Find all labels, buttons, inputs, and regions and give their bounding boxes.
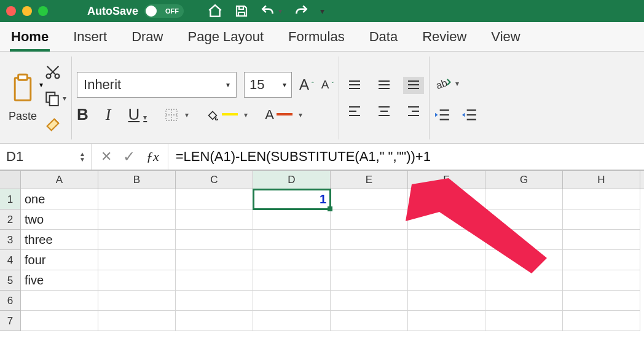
fullscreen-window-icon[interactable] <box>38 6 48 16</box>
cell[interactable] <box>563 250 640 270</box>
undo-button[interactable]: ▾ <box>260 3 282 19</box>
tab-draw[interactable]: Draw <box>132 29 163 51</box>
col-header-g[interactable]: G <box>485 171 563 189</box>
cancel-formula-icon[interactable]: ✕ <box>101 149 112 165</box>
cell[interactable] <box>485 270 563 291</box>
cell[interactable] <box>408 189 485 209</box>
cell[interactable] <box>176 311 253 331</box>
home-icon[interactable] <box>207 3 223 19</box>
cell[interactable] <box>563 270 640 291</box>
increase-font-button[interactable]: Aˆ <box>299 76 314 93</box>
paste-button[interactable]: ▾ Paste <box>9 73 37 123</box>
cell[interactable] <box>485 250 563 270</box>
tab-insert[interactable]: Insert <box>73 29 107 51</box>
row-header[interactable]: 6 <box>0 291 21 311</box>
cell[interactable] <box>331 291 408 311</box>
cell[interactable] <box>21 311 98 331</box>
cell[interactable] <box>563 209 640 230</box>
cell[interactable] <box>331 250 408 270</box>
font-name-chevron-icon[interactable]: ▾ <box>226 80 230 89</box>
cell[interactable] <box>485 291 563 311</box>
cell[interactable] <box>253 209 331 230</box>
cell[interactable]: five <box>21 270 98 291</box>
align-bottom-button[interactable] <box>403 77 424 94</box>
tab-review[interactable]: Review <box>422 29 466 51</box>
align-left-button[interactable] <box>344 103 365 120</box>
cell[interactable]: 1 <box>253 189 331 209</box>
cell[interactable]: three <box>21 230 98 250</box>
paste-chevron-icon[interactable]: ▾ <box>39 80 43 89</box>
autosave-toggle[interactable]: OFF <box>144 4 184 18</box>
name-box[interactable]: D1 ▲▼ <box>0 144 92 170</box>
font-color-button[interactable]: A <box>265 107 302 123</box>
tab-view[interactable]: View <box>491 29 520 51</box>
cell[interactable] <box>98 311 176 331</box>
cell[interactable]: one <box>21 189 98 209</box>
cell[interactable] <box>253 250 331 270</box>
formula-input[interactable]: =LEN(A1)-LEN(SUBSTITUTE(A1," ",""))+1 <box>168 144 644 170</box>
cell[interactable] <box>485 230 563 250</box>
cell[interactable] <box>408 209 485 230</box>
cell[interactable] <box>253 270 331 291</box>
row-header[interactable]: 4 <box>0 250 21 270</box>
undo-chevron-icon[interactable]: ▾ <box>278 7 282 15</box>
cell[interactable] <box>408 291 485 311</box>
cell[interactable] <box>563 189 640 209</box>
col-header-c[interactable]: C <box>176 171 253 189</box>
cell[interactable] <box>563 230 640 250</box>
cell[interactable] <box>563 311 640 331</box>
cell[interactable] <box>331 189 408 209</box>
cell[interactable] <box>253 311 331 331</box>
row-header[interactable]: 3 <box>0 230 21 250</box>
cell[interactable] <box>98 209 176 230</box>
cell[interactable] <box>253 291 331 311</box>
row-header[interactable]: 7 <box>0 311 21 331</box>
cell[interactable] <box>563 291 640 311</box>
borders-button[interactable] <box>164 108 189 122</box>
cell[interactable] <box>176 291 253 311</box>
cell[interactable]: two <box>21 209 98 230</box>
decrease-indent-button[interactable] <box>434 108 450 122</box>
tab-home[interactable]: Home <box>11 29 49 51</box>
autosave-control[interactable]: AutoSave OFF <box>87 4 184 18</box>
cell[interactable] <box>485 209 563 230</box>
align-center-button[interactable] <box>374 103 395 120</box>
format-painter-button[interactable] <box>44 116 66 133</box>
italic-button[interactable]: I <box>106 106 111 124</box>
close-window-icon[interactable] <box>6 6 16 16</box>
select-all-corner[interactable] <box>0 171 21 189</box>
tab-data[interactable]: Data <box>369 29 398 51</box>
copy-chevron-icon[interactable]: ▾ <box>63 94 66 103</box>
copy-button[interactable]: ▾ <box>44 90 66 106</box>
cell[interactable] <box>331 230 408 250</box>
decrease-font-button[interactable]: Aˇ <box>321 78 334 92</box>
font-name-select[interactable]: Inherit ▾ <box>77 72 237 98</box>
cell[interactable] <box>21 291 98 311</box>
col-header-e[interactable]: E <box>331 171 408 189</box>
cell[interactable] <box>331 270 408 291</box>
cell[interactable]: four <box>21 250 98 270</box>
cut-button[interactable] <box>44 63 66 80</box>
orientation-chevron-icon[interactable]: ▾ <box>455 79 459 88</box>
minimize-window-icon[interactable] <box>22 6 32 16</box>
tab-formulas[interactable]: Formulas <box>288 29 345 51</box>
font-size-chevron-icon[interactable]: ▾ <box>283 80 286 89</box>
cell[interactable] <box>408 230 485 250</box>
cell[interactable] <box>176 230 253 250</box>
cell[interactable] <box>408 270 485 291</box>
save-icon[interactable] <box>234 4 249 18</box>
align-right-button[interactable] <box>403 103 424 120</box>
cell[interactable] <box>408 250 485 270</box>
redo-button[interactable] <box>293 3 309 19</box>
cell[interactable] <box>331 311 408 331</box>
row-header[interactable]: 5 <box>0 270 21 291</box>
accept-formula-icon[interactable]: ✓ <box>123 148 135 165</box>
col-header-h[interactable]: H <box>563 171 640 189</box>
cell[interactable] <box>98 250 176 270</box>
cell[interactable] <box>98 270 176 291</box>
fx-icon[interactable]: ƒx <box>146 149 159 165</box>
col-header-a[interactable]: A <box>21 171 98 189</box>
orientation-button[interactable]: ab ▾ <box>434 75 459 92</box>
cell[interactable] <box>98 189 176 209</box>
cell[interactable] <box>176 209 253 230</box>
